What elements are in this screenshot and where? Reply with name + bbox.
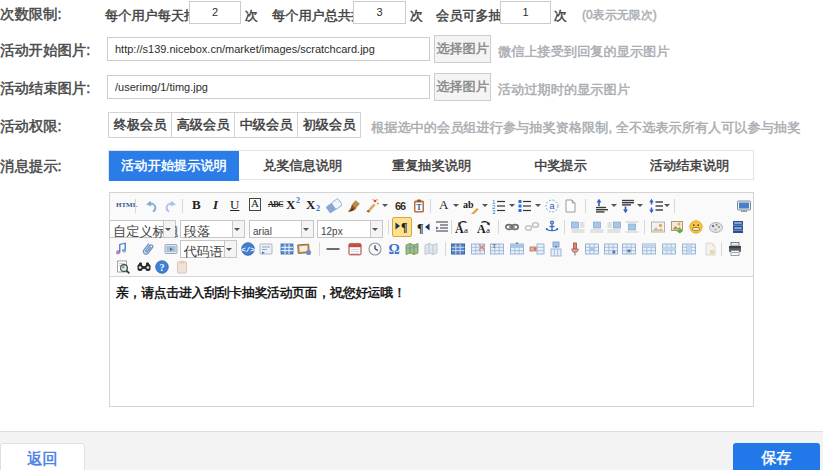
svg-text:¶: ¶ <box>417 221 423 235</box>
svg-text:a: a <box>486 225 490 235</box>
svg-text:66: 66 <box>395 200 406 212</box>
svg-text:T: T <box>492 242 497 250</box>
svg-text:¶: ¶ <box>401 220 407 234</box>
svg-text:Ω: Ω <box>388 242 399 257</box>
svg-text:a: a <box>549 201 554 211</box>
svg-text:T: T <box>416 203 422 212</box>
svg-text:A: A <box>477 222 486 235</box>
svg-text:3: 3 <box>492 209 496 214</box>
svg-text:a: a <box>464 225 468 235</box>
svg-text:</>: </> <box>241 246 255 254</box>
svg-text:?: ? <box>160 262 165 273</box>
